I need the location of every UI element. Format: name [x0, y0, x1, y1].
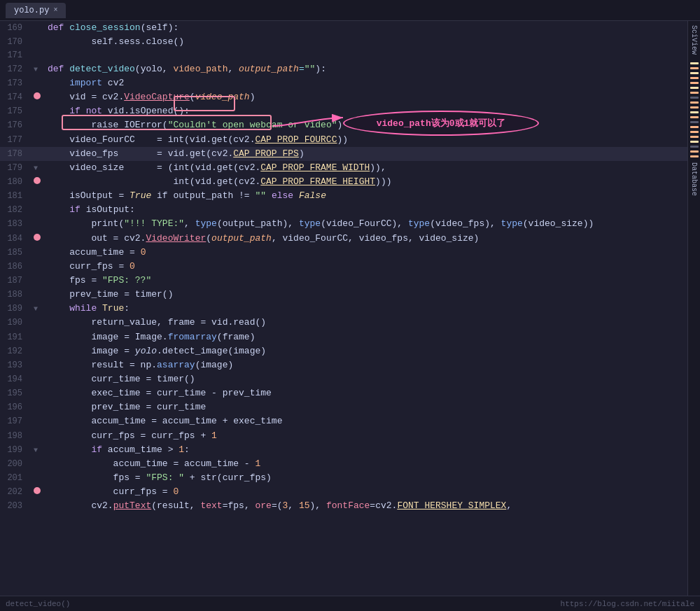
table-row: 195 exec_time = curr_time - prev_time: [0, 386, 687, 400]
table-row: 177 video_FourCC = int(vid.get(cv2.CAP_P…: [0, 133, 687, 147]
sciview-label: SciView: [690, 22, 698, 57]
status-url: https://blog.csdn.net/miitale: [561, 600, 694, 608]
table-row: 180 int(vid.get(cv2.CAP_PROP_FRAME_HEIGH…: [0, 175, 687, 189]
minimap-indicator: [690, 131, 699, 133]
table-row: 192 image = yolo.detect_image(image): [0, 344, 687, 358]
minimap-indicator: [690, 121, 699, 123]
minimap-indicator: [690, 77, 699, 79]
table-row: 183 print("!!! TYPE:", type(output_path)…: [0, 217, 687, 231]
table-row: 191 image = Image.fromarray(frame): [0, 330, 687, 344]
table-row: 182 if isOutput:: [0, 203, 687, 217]
minimap-indicator: [690, 87, 699, 89]
minimap-indicator: [690, 111, 699, 113]
tab-yolo-py[interactable]: yolo.py ×: [6, 3, 66, 18]
minimap-indicator: [690, 92, 699, 94]
table-row: 187 fps = "FPS: ??": [0, 274, 687, 288]
table-row: 185 accum_time = 0: [0, 246, 687, 260]
minimap-indicator: [690, 141, 699, 143]
minimap-indicator: [690, 136, 699, 138]
status-function: detect_video(): [6, 600, 70, 608]
table-row: 181 isOutput = True if output_path != ""…: [0, 189, 687, 203]
table-row: 179 ▼ video_size = (int(vid.get(cv2.CAP_…: [0, 161, 687, 175]
code-editor: video_path该为0或1就可以了 169 def close_sessio…: [0, 21, 687, 596]
table-row: 186 curr_fps = 0: [0, 260, 687, 274]
table-row: 171: [0, 49, 687, 62]
table-row: 203 cv2.putText(result, text=fps, ore=(3…: [0, 499, 687, 513]
table-row: 175 if not vid.isOpened():: [0, 104, 687, 118]
table-row: 199 ▼ if accum_time > 1:: [0, 443, 687, 457]
right-sidebar: SciView Database: [687, 21, 700, 596]
minimap-indicator: [690, 150, 699, 153]
table-row: 200 accum_time = accum_time - 1: [0, 457, 687, 471]
table-row: 174 vid = cv2.VideoCapture(video_path): [0, 90, 687, 104]
table-row: 196 prev_time = curr_time: [0, 400, 687, 414]
minimap-indicator: [690, 116, 699, 118]
table-row: 190 return_value, frame = vid.read(): [0, 316, 687, 330]
minimap-indicator: [690, 82, 699, 84]
tab-bar: yolo.py ×: [0, 0, 700, 21]
table-row: 170 self.sess.close(): [0, 35, 687, 49]
minimap-indicator: [690, 155, 699, 157]
tab-label: yolo.py: [14, 6, 49, 15]
table-row: 198 curr_fps = curr_fps + 1: [0, 429, 687, 443]
code-lines: 169 def close_session(self): 170 self.se…: [0, 21, 687, 513]
table-row: 189 ▼ while True:: [0, 302, 687, 316]
minimap-indicator: [690, 67, 699, 69]
minimap-indicator: [690, 126, 699, 128]
table-row: 193 result = np.asarray(image): [0, 358, 687, 372]
table-row: 176 raise IOError("Couldn't open webcam …: [0, 118, 687, 132]
database-label: Database: [690, 160, 698, 199]
minimap-indicator: [690, 101, 699, 104]
table-row: 169 def close_session(self):: [0, 21, 687, 35]
table-row: 201 fps = "FPS: " + str(curr_fps): [0, 471, 687, 485]
minimap-indicator: [690, 97, 699, 99]
minimap-indicator: [690, 106, 699, 108]
table-row: 184 out = cv2.VideoWriter(output_path, v…: [0, 232, 687, 246]
minimap-indicator: [690, 146, 699, 148]
table-row: 178 video_fps = vid.get(cv2.CAP_PROP_FPS…: [0, 147, 687, 161]
table-row: 197 accum_time = accum_time + exec_time: [0, 414, 687, 428]
status-bar: detect_video() https://blog.csdn.net/mii…: [0, 596, 700, 611]
tab-close-icon[interactable]: ×: [53, 6, 57, 14]
minimap-indicator: [690, 62, 699, 64]
table-row: 173 import cv2: [0, 76, 687, 90]
table-row: 202 curr_fps = 0: [0, 485, 687, 499]
minimap-indicator: [690, 72, 699, 74]
table-row: 188 prev_time = timer(): [0, 288, 687, 302]
table-row: 172 ▼ def detect_video(yolo, video_path,…: [0, 62, 687, 76]
table-row: 194 curr_time = timer(): [0, 372, 687, 386]
